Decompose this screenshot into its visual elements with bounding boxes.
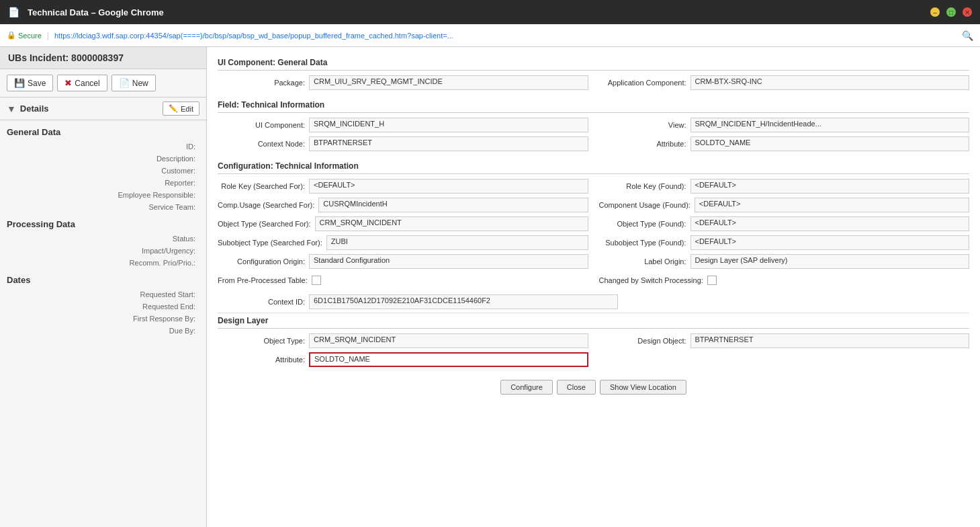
ui-component-section-title: UI Component: General Data — [218, 54, 969, 71]
employee-responsible-row: Employee Responsible: — [0, 188, 206, 200]
first-response-label: First Response By: — [7, 313, 199, 323]
ui-component-section-value: General Data — [277, 58, 327, 67]
service-team-row: Service Team: — [0, 200, 206, 212]
package-group: Package: CRM_UIU_SRV_REQ_MGMT_INCIDE — [218, 75, 588, 91]
config-section-title: Configuration: Technical Information — [218, 157, 969, 174]
comp-usage-searched-label: Comp.Usage (Searched For): — [218, 201, 314, 209]
first-response-row: First Response By: — [0, 312, 206, 324]
app-component-label: Application Component: — [599, 79, 686, 87]
description-label: Description: — [7, 153, 199, 163]
config-grid: Role Key (Searched For): <DEFAULT> Role … — [218, 178, 969, 288]
separator: | — [47, 31, 49, 40]
status-row: Status: — [0, 232, 206, 244]
context-id-label: Context ID: — [218, 298, 305, 306]
cancel-icon: ✖ — [64, 78, 72, 88]
package-value: CRM_UIU_SRV_REQ_MGMT_INCIDE — [309, 75, 588, 90]
changed-by-switch-label: Changed by Switch Processing: — [599, 276, 703, 284]
edit-button[interactable]: ✏️ Edit — [163, 102, 199, 116]
secure-badge: 🔒 Secure — [7, 31, 42, 40]
changed-by-switch-group: Changed by Switch Processing: — [599, 272, 970, 288]
requested-start-label: Requested Start: — [7, 289, 199, 298]
id-row: ID: — [0, 140, 206, 152]
label-origin-group: Label Origin: Design Layer (SAP delivery… — [599, 253, 970, 270]
subobject-type-found-value: <DEFAULT> — [691, 235, 970, 250]
subobject-type-found-group: Subobject Type (Found): <DEFAULT> — [599, 235, 970, 251]
maximize-button[interactable]: □ — [946, 7, 956, 17]
new-label: New — [132, 79, 148, 88]
design-object-group: Design Object: BTPARTNERSET — [599, 333, 970, 349]
customer-label: Customer: — [7, 165, 199, 175]
popup-content: UI Component: General Data Package: CRM_… — [207, 47, 980, 527]
config-origin-value: Standard Configuration — [309, 254, 588, 269]
reporter-label: Reporter: — [7, 177, 199, 187]
requested-end-label: Requested End: — [7, 301, 199, 311]
changed-by-switch-checkbox[interactable] — [707, 276, 717, 285]
section-nav: ▼ Details ✏️ Edit — [0, 97, 206, 120]
context-id-row: Context ID: 6D1C1B1750A12D17092E210AF31C… — [218, 294, 969, 310]
object-type-dl-label: Object Type: — [218, 337, 305, 345]
address-search-icon[interactable]: 🔍 — [962, 30, 973, 41]
close-button[interactable]: ✕ — [963, 7, 972, 17]
design-object-value: BTPARTNERSET — [691, 333, 970, 348]
attribute-dl-placeholder — [599, 352, 970, 368]
service-team-label: Service Team: — [7, 202, 199, 211]
object-type-dl-group: Object Type: CRM_SRQM_INCIDENT — [218, 333, 588, 349]
url-text[interactable]: https://ldciag3.wdf.sap.corp:44354/sap(=… — [54, 32, 956, 40]
new-button[interactable]: 📄 New — [112, 75, 156, 91]
customer-row: Customer: — [0, 164, 206, 176]
save-label: Save — [28, 79, 46, 88]
impact-urgency-label: Impact/Urgency: — [7, 245, 199, 255]
cancel-button[interactable]: ✖ Cancel — [57, 75, 107, 91]
general-data-heading: General Data — [0, 120, 206, 140]
close-button-popup[interactable]: Close — [557, 380, 596, 395]
dates-heading: Dates — [0, 268, 206, 288]
due-by-label: Due By: — [7, 325, 199, 335]
label-origin-label: Label Origin: — [599, 257, 686, 266]
ui-component-section-label: UI Component: — [218, 58, 277, 67]
config-section-label: Configuration: — [218, 161, 275, 171]
from-preprocessed-label: From Pre-Processed Table: — [218, 276, 308, 284]
field-section-label: Field: — [218, 100, 241, 110]
component-usage-found-label: Component Usage (Found): — [599, 201, 691, 209]
role-key-searched-group: Role Key (Searched For): <DEFAULT> — [218, 178, 588, 194]
technical-data-panel: UI Component: General Data Package: CRM_… — [207, 47, 980, 527]
recomm-prio-row: Recomm. Prio/Prio.: — [0, 256, 206, 268]
config-section-value: Technical Information — [275, 161, 359, 171]
chevron-icon[interactable]: ▼ — [7, 104, 16, 114]
browser-title: Technical Data – Google Chrome — [28, 7, 925, 17]
ui-component-group: UI Component: SRQM_INCIDENT_H — [218, 117, 588, 133]
subobject-type-searched-group: Subobject Type (Searched For): ZUBI — [218, 235, 588, 251]
toolbar: 💾 Save ✖ Cancel 📄 New — [0, 69, 206, 97]
secure-label: Secure — [18, 32, 42, 40]
subobject-type-searched-label: Subobject Type (Searched For): — [218, 239, 322, 247]
view-value: SRQM_INCIDENT_H/IncidentHeade... — [691, 118, 970, 132]
save-button[interactable]: 💾 Save — [7, 75, 53, 91]
object-type-found-label: Object Type (Found): — [599, 220, 686, 228]
view-group: View: SRQM_INCIDENT_H/IncidentHeade... — [599, 117, 970, 133]
edit-label: Edit — [181, 105, 193, 113]
field-section-title: Field: Technical Information — [218, 96, 969, 113]
configure-button[interactable]: Configure — [500, 380, 553, 395]
status-label: Status: — [7, 233, 199, 243]
role-key-searched-value: <DEFAULT> — [309, 179, 588, 194]
incident-header: UBs Incident: 8000008397 — [0, 47, 206, 69]
from-preprocessed-checkbox[interactable] — [312, 276, 321, 285]
field-section-value: Technical Information — [241, 100, 324, 110]
due-by-row: Due By: — [0, 324, 206, 336]
comp-usage-searched-group: Comp.Usage (Searched For): CUSRQMInciden… — [218, 197, 588, 213]
subobject-type-searched-value: ZUBI — [326, 235, 588, 250]
context-id-value: 6D1C1B1750A12D17092E210AF31CDCE1154460F2 — [309, 294, 618, 309]
attribute-dl-label: Attribute: — [218, 356, 305, 364]
show-view-location-button[interactable]: Show View Location — [600, 380, 686, 395]
left-panel: UBs Incident: 8000008397 💾 Save ✖ Cancel… — [0, 47, 207, 527]
attribute-value-field: SOLDTO_NAME — [691, 136, 970, 151]
app-component-value: CRM-BTX-SRQ-INC — [691, 75, 970, 90]
subobject-type-found-label: Subobject Type (Found): — [599, 239, 686, 247]
ui-component-label: UI Component: — [218, 121, 305, 129]
requested-start-row: Requested Start: — [0, 288, 206, 300]
recomm-prio-label: Recomm. Prio/Prio.: — [7, 257, 199, 267]
minimize-button[interactable]: – — [930, 7, 940, 17]
role-key-found-group: Role Key (Found): <DEFAULT> — [599, 178, 970, 194]
component-usage-found-value: <DEFAULT> — [695, 198, 969, 212]
popup-footer: Configure Close Show View Location — [218, 373, 969, 400]
